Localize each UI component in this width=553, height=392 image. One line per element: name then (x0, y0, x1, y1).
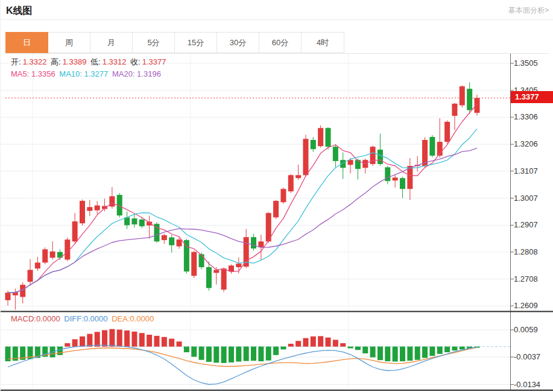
macd-axis-label: -0.0134 (514, 380, 550, 390)
macd-value-legend: MACD:0.0000 (11, 314, 60, 323)
macd-axis-label: -0.0037 (514, 352, 550, 362)
price-axis-label: 1.3007 (514, 194, 550, 203)
ma5-legend: MA5: 1.3356 (11, 69, 55, 78)
price-axis-label: 1.3206 (514, 139, 550, 149)
high-label: 高: (51, 57, 61, 66)
price-axis-label: 1.3505 (514, 58, 550, 68)
macd-legend: MACD:0.0000 DIFF:0.0000 DEA:0.0000 (11, 314, 156, 323)
kline-widget: K线图 基本面分析> 日周月5分15分30分60分4时 开:1.3322 高:1… (0, 0, 553, 392)
price-axis-label: 1.2609 (514, 301, 550, 311)
close-value: 1.3377 (142, 57, 166, 66)
dea-value-legend: DEA:0.0000 (112, 314, 154, 323)
ma10-legend: MA10: 1.3277 (59, 69, 108, 78)
low-value: 1.3312 (103, 57, 127, 66)
diff-value-legend: DIFF:0.0000 (64, 314, 107, 323)
price-axis-label: 1.3306 (514, 112, 550, 122)
price-axis-label: 1.2907 (514, 220, 550, 230)
low-label: 低: (90, 57, 101, 66)
ma20-legend: MA20: 1.3196 (112, 69, 161, 78)
price-axis-label: 1.2808 (514, 247, 550, 257)
last-price-badge: 1.3377 (511, 91, 553, 103)
macd-axis-label: 0.0059 (514, 325, 550, 335)
high-value: 1.3389 (63, 57, 87, 66)
ma-legend: MA5: 1.3356 MA10: 1.3277 MA20: 1.3196 (11, 69, 163, 78)
close-label: 收: (130, 57, 141, 66)
open-label: 开: (11, 57, 21, 66)
open-value: 1.3322 (23, 57, 47, 66)
price-axis-label: 1.3107 (514, 166, 550, 176)
ohlc-legend: 开:1.3322 高:1.3389 低:1.3312 收:1.3377 (11, 57, 168, 68)
price-axis-label: 1.2708 (514, 274, 550, 284)
